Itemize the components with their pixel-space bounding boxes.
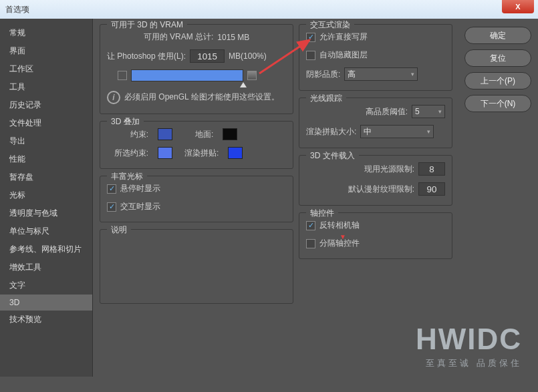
selected-label: 所选约束:: [107, 148, 148, 159]
prev-button[interactable]: 上一个(P): [464, 72, 531, 89]
sidebar-item-transparency[interactable]: 透明度与色域: [0, 204, 92, 222]
sidebar-item-preview[interactable]: 技术预览: [0, 311, 92, 329]
sidebar-item-performance[interactable]: 性能: [0, 150, 92, 168]
slider-max-icon: [247, 71, 257, 80]
reverse-label: 反转相机轴: [319, 220, 360, 231]
vram-warn: 必须启用 OpenGL 绘图才能使用这些设置。: [124, 91, 279, 103]
vram-slider[interactable]: [131, 69, 243, 81]
info-icon: i: [107, 91, 120, 104]
cursor-title: 丰富光标: [107, 171, 147, 182]
constraint-label: 约束:: [107, 129, 148, 140]
window-title: 首选项: [5, 4, 29, 15]
ground-swatch[interactable]: [223, 128, 237, 140]
watermark-big: HWIDC: [416, 323, 522, 356]
reset-button[interactable]: 复位: [464, 49, 531, 67]
separate-checkbox[interactable]: [306, 239, 315, 248]
vram-use-input[interactable]: [190, 49, 225, 63]
raytile-label: 渲染拼贴大小:: [306, 126, 356, 138]
overlay3d-section: 3D 叠加 约束: 地面: 所选约束: 渲染拼贴:: [100, 121, 293, 169]
close-button[interactable]: X: [502, 0, 534, 13]
sidebar-item-workspace[interactable]: 工作区: [0, 60, 92, 78]
ground-label: 地面:: [195, 129, 213, 140]
sidebar-item-3d[interactable]: 3D: [0, 295, 92, 311]
thresh-select[interactable]: 5▾: [412, 105, 445, 118]
desc-section: 说明: [100, 229, 293, 304]
render-title: 交互式渲染: [306, 19, 354, 31]
next-button[interactable]: 下一个(N): [464, 95, 531, 112]
autohide-checkbox[interactable]: [306, 51, 315, 60]
axis-section: 轴控件 反转相机轴 ▼ 分隔轴控件: [299, 212, 452, 259]
sidebar-item-units[interactable]: 单位与标尺: [0, 222, 92, 240]
thresh-label: 高品质阈值:: [366, 106, 408, 118]
raytrace-title: 光线跟踪: [306, 93, 346, 104]
sidebar-item-scratch[interactable]: 暂存盘: [0, 168, 92, 186]
tile-label: 渲染拼贴:: [184, 148, 219, 159]
sidebar-item-guides[interactable]: 参考线、网格和切片: [0, 240, 92, 258]
watermark-small: 至真至诚 品质保住: [416, 357, 522, 369]
fileload-title: 3D 文件载入: [306, 150, 359, 162]
selected-swatch[interactable]: [158, 147, 172, 159]
vram-title: 可用于 3D 的 VRAM: [107, 19, 187, 31]
light-label: 现用光源限制:: [364, 164, 414, 175]
sidebar-item-type[interactable]: 文字: [0, 276, 92, 295]
sidebar-item-tools[interactable]: 工具: [0, 78, 92, 96]
watermark: HWIDC 至真至诚 品质保住: [416, 323, 522, 369]
render-section: 交互式渲染 允许直接写屏 自动隐藏图层 阴影品质: 高▾: [299, 24, 452, 91]
sidebar-item-plugins[interactable]: 增效工具: [0, 258, 92, 276]
vram-use-label: 让 Photoshop 使用(L):: [107, 51, 186, 62]
vram-use-unit: MB(100%): [229, 51, 267, 61]
direct-checkbox[interactable]: [306, 33, 315, 42]
reverse-checkbox[interactable]: [306, 221, 315, 230]
interact-label: 交互时显示: [120, 201, 160, 212]
shadow-select[interactable]: 高▾: [344, 67, 418, 81]
light-input[interactable]: [418, 162, 445, 176]
sidebar-item-interface[interactable]: 界面: [0, 42, 92, 60]
raytile-value: 中: [364, 126, 372, 138]
hover-label: 悬停时显示: [120, 183, 160, 194]
texture-label: 默认漫射纹理限制:: [348, 184, 414, 195]
shadow-value: 高: [348, 69, 356, 80]
slider-min-icon: [118, 71, 127, 80]
direct-label: 允许直接写屏: [319, 31, 368, 43]
raytile-select[interactable]: 中▾: [360, 125, 434, 138]
sidebar-item-history[interactable]: 历史记录: [0, 96, 92, 114]
axis-title: 轴控件: [306, 208, 338, 219]
fileload-section: 3D 文件载入 现用光源限制: 默认漫射纹理限制:: [299, 155, 452, 206]
red-marker-icon: ▼: [340, 233, 346, 240]
interact-checkbox[interactable]: [107, 202, 116, 212]
vram-total-label: 可用的 VRAM 总计:: [144, 31, 214, 43]
desc-title: 说明: [107, 224, 131, 236]
vram-section: 可用于 3D 的 VRAM 可用的 VRAM 总计: 1015 MB 让 Pho…: [100, 24, 293, 114]
hover-checkbox[interactable]: [107, 184, 116, 194]
raytrace-section: 光线跟踪 高品质阈值: 5▾ 渲染拼贴大小: 中▾: [299, 97, 452, 148]
sidebar: 常规 界面 工作区 工具 历史记录 文件处理 导出 性能 暂存盘 光标 透明度与…: [0, 19, 93, 377]
shadow-label: 阴影品质:: [306, 69, 340, 80]
sidebar-item-export[interactable]: 导出: [0, 132, 92, 150]
constraint-swatch[interactable]: [158, 128, 172, 140]
sidebar-item-general[interactable]: 常规: [0, 24, 92, 42]
texture-input[interactable]: [418, 182, 445, 196]
autohide-label: 自动隐藏图层: [319, 49, 368, 61]
tile-swatch[interactable]: [228, 147, 243, 159]
titlebar: 首选项 X: [0, 0, 538, 19]
cursor-section: 丰富光标 悬停时显示 交互时显示: [100, 176, 293, 222]
thresh-value: 5: [415, 107, 420, 116]
ok-button[interactable]: 确定: [464, 27, 531, 44]
sidebar-item-cursor[interactable]: 光标: [0, 186, 92, 204]
vram-total-value: 1015 MB: [217, 33, 249, 42]
sidebar-item-filehandling[interactable]: 文件处理: [0, 114, 92, 132]
overlay3d-title: 3D 叠加: [107, 116, 144, 128]
